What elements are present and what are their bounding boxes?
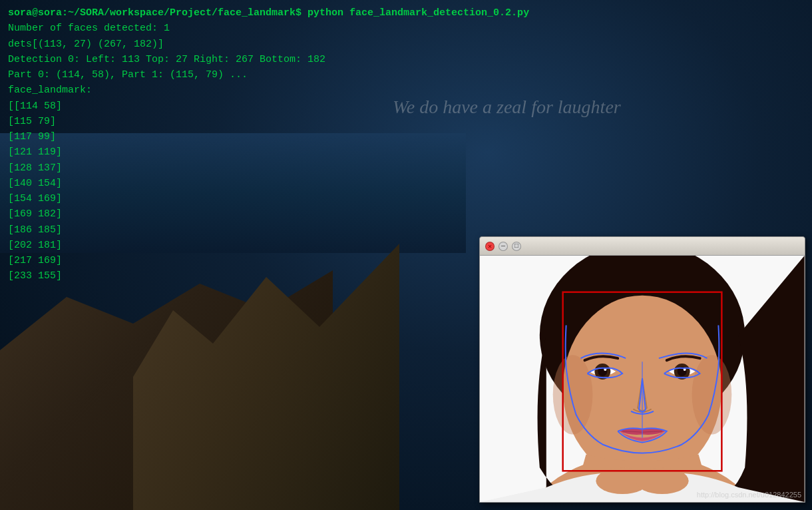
- terminal-line-5: face_landmark:: [8, 83, 804, 98]
- window-titlebar: ✕ — □: [480, 237, 805, 256]
- terminal-line-12: [154 169]: [8, 191, 804, 206]
- terminal-prompt: sora@sora:~/SORA/workspace/Project/face_…: [8, 5, 804, 21]
- terminal-line-4: Part 0: (114, 58), Part 1: (115, 79) ...: [8, 67, 804, 83]
- terminal-line-10: [128 137]: [8, 160, 804, 176]
- terminal-line-14: [186 185]: [8, 222, 804, 238]
- terminal-line-9: [121 119]: [8, 144, 804, 160]
- window-maximize-button[interactable]: □: [512, 242, 521, 251]
- window-close-button[interactable]: ✕: [485, 242, 495, 251]
- svg-point-5: [553, 355, 593, 434]
- terminal-line-8: [117 99]: [8, 129, 804, 144]
- svg-point-6: [692, 355, 732, 434]
- window-body: http://blog.csdn.net/u012842255: [480, 256, 805, 502]
- terminal-line-7: [115 79]: [8, 114, 804, 129]
- image-watermark: http://blog.csdn.net/u012842255: [697, 491, 801, 499]
- face-image-area: http://blog.csdn.net/u012842255: [480, 256, 805, 502]
- terminal-line-6: [[114 58]: [8, 99, 804, 114]
- terminal-line-1: Number of faces detected: 1: [8, 21, 804, 36]
- face-landmark-svg: [480, 256, 805, 502]
- terminal-line-13: [169 182]: [8, 206, 804, 222]
- terminal-line-11: [140 154]: [8, 176, 804, 191]
- window-minimize-button[interactable]: —: [499, 242, 508, 251]
- face-landmark-window: ✕ — □: [479, 236, 805, 503]
- terminal-line-3: Detection 0: Left: 113 Top: 27 Right: 26…: [8, 52, 804, 67]
- terminal-line-2: dets[(113, 27) (267, 182)]: [8, 37, 804, 52]
